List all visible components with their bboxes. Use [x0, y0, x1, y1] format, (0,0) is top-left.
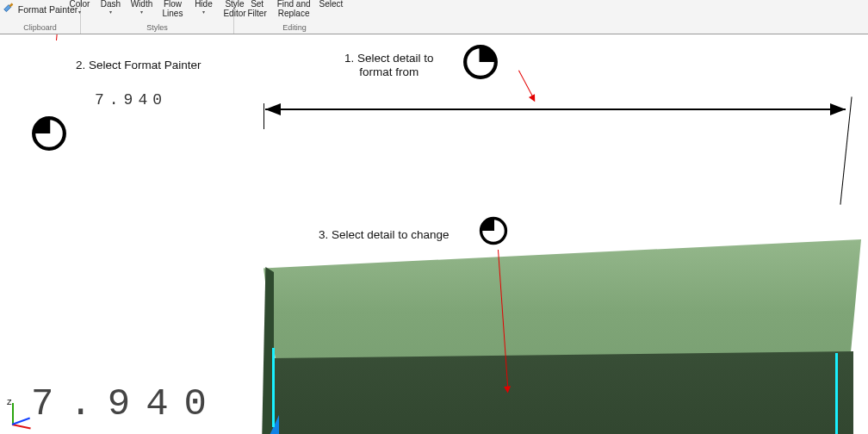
extension-line: [264, 103, 264, 129]
triad-z-label: Z: [7, 398, 12, 406]
arrow-step2: [53, 34, 65, 40]
svg-rect-6: [493, 219, 494, 231]
width-dropdown[interactable]: Width▾: [127, 0, 156, 15]
ribbon-group-editing: Set Filter Find and Replace Select Editi…: [234, 0, 355, 34]
ribbon-group-label-styles: Styles: [146, 23, 168, 34]
anno-step3: 3. Select detail to change: [319, 228, 450, 242]
model-body[interactable]: [189, 129, 861, 434]
mouse-icon: [31, 115, 67, 152]
dimension-line-top[interactable]: [265, 108, 846, 110]
ribbon-group-label-clipboard: Clipboard: [23, 23, 57, 34]
selected-edge[interactable]: [835, 353, 838, 434]
anno-step1: 1. Select detail to format from: [344, 52, 434, 79]
mouse-icon: [462, 44, 499, 80]
svg-rect-4: [48, 119, 51, 133]
paintbrush-icon: [3, 3, 15, 16]
selected-edge[interactable]: [272, 348, 275, 427]
flow-lines-dropdown[interactable]: Flow Lines: [158, 0, 187, 18]
ribbon-group-label-editing: Editing: [282, 23, 307, 34]
triad-x-axis: [12, 424, 31, 430]
mouse-icon: [479, 216, 508, 245]
hide-dropdown[interactable]: Hide▾: [189, 0, 218, 15]
select-button[interactable]: Select: [316, 0, 347, 9]
find-and-replace-button[interactable]: Find and Replace: [274, 0, 314, 18]
dimension-value-top[interactable]: 7.940: [95, 91, 167, 108]
model-viewport[interactable]: 7.940 7.940 1. Select detail to format f…: [0, 34, 868, 434]
set-filter-button[interactable]: Set Filter: [243, 0, 272, 18]
model-face-front[interactable]: [270, 351, 853, 434]
triad-y-axis: [12, 418, 30, 425]
svg-rect-2: [480, 47, 482, 62]
arrow-step1: [515, 69, 537, 103]
dash-dropdown[interactable]: Dash▾: [96, 0, 125, 15]
ribbon: Format Painter Clipboard Color▾ Dash▾ Wi…: [0, 0, 868, 34]
model-face-top[interactable]: [264, 239, 861, 370]
ribbon-group-styles: Color▾ Dash▾ Width▾ Flow Lines Hide▾ Sty…: [81, 0, 234, 34]
color-dropdown[interactable]: Color▾: [65, 0, 94, 15]
view-triad[interactable]: Z: [7, 398, 41, 432]
anno-step2: 2. Select Format Painter: [76, 59, 202, 72]
